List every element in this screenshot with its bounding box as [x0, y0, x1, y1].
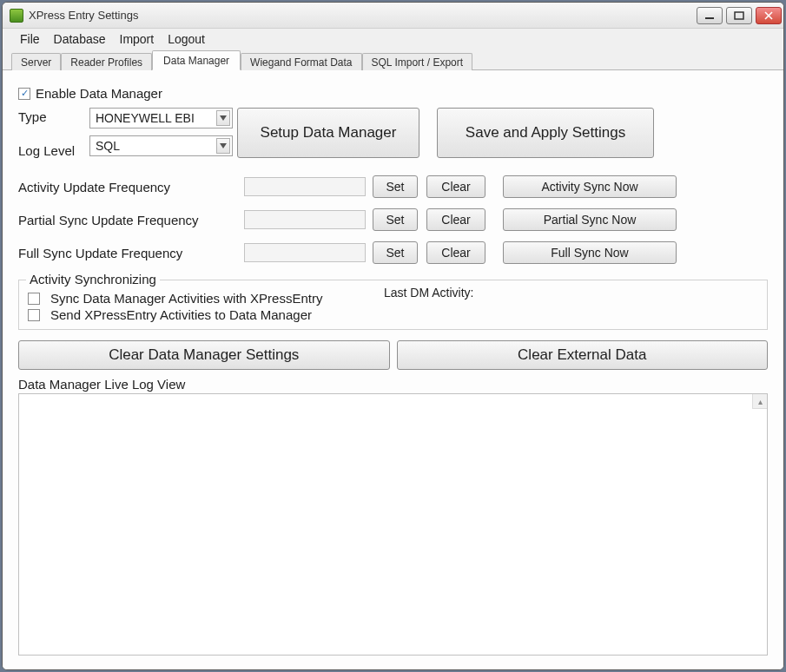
app-icon — [10, 9, 23, 23]
tab-server[interactable]: Server — [11, 53, 61, 70]
close-icon — [763, 11, 774, 20]
partial-frequency-row: Partial Sync Update Frequency Set Clear … — [18, 208, 768, 231]
full-frequency-row: Full Sync Update Frequency Set Clear Ful… — [18, 241, 768, 264]
activity-frequency-input[interactable] — [244, 177, 366, 196]
activity-set-button[interactable]: Set — [373, 175, 418, 198]
full-clear-button[interactable]: Clear — [426, 241, 485, 264]
titlebar: XPress Entry Settings — [3, 3, 783, 29]
log-view-label: Data Manager Live Log View — [18, 377, 768, 392]
dropdown-col: HONEYWELL EBI SQL — [89, 108, 237, 160]
sync-opt1-label: Sync Data Manager Activities with XPress… — [50, 291, 322, 306]
setup-data-manager-label: Setup Data Manager — [261, 124, 397, 142]
type-value: HONEYWELL EBI — [96, 111, 195, 125]
last-dm-activity-label: Last DM Activity: — [384, 286, 473, 300]
chevron-down-icon — [216, 110, 230, 126]
save-apply-settings-button[interactable]: Save and Apply Settings — [437, 108, 654, 158]
config-row: Type Log Level HONEYWELL EBI SQL — [18, 108, 775, 160]
minimize-button[interactable] — [697, 7, 723, 24]
sync-dm-to-xpressentry-checkbox[interactable] — [28, 293, 40, 305]
partial-frequency-label: Partial Sync Update Frequency — [18, 213, 244, 227]
activity-frequency-row: Activity Update Frequency Set Clear Acti… — [18, 175, 768, 198]
close-button[interactable] — [756, 7, 782, 24]
full-frequency-label: Full Sync Update Frequency — [18, 246, 244, 260]
partial-set-button[interactable]: Set — [373, 208, 418, 231]
maximize-button[interactable] — [726, 7, 752, 24]
clear-data-manager-settings-button[interactable]: Clear Data Manager Settings — [18, 340, 390, 370]
activity-synchronizing-group: Activity Synchronizing Last DM Activity:… — [18, 280, 768, 330]
activity-clear-button[interactable]: Clear — [426, 175, 485, 198]
menu-file[interactable]: File — [20, 32, 40, 46]
menu-database[interactable]: Database — [54, 32, 106, 46]
tab-content-data-manager: ✓ Enable Data Manager Type Log Level HON… — [3, 70, 783, 669]
enable-row: ✓ Enable Data Manager — [18, 86, 775, 101]
loglevel-value: SQL — [96, 139, 120, 153]
frequency-block: Activity Update Frequency Set Clear Acti… — [18, 175, 768, 264]
activity-synchronizing-title: Activity Synchronizing — [26, 272, 160, 287]
tab-data-manager[interactable]: Data Manager — [152, 50, 241, 70]
activity-sync-now-button[interactable]: Activity Sync Now — [503, 175, 677, 198]
activity-frequency-label: Activity Update Frequency — [18, 180, 244, 194]
enable-data-manager-checkbox[interactable]: ✓ — [18, 88, 30, 100]
full-sync-now-button[interactable]: Full Sync Now — [503, 241, 677, 264]
clear-buttons-row: Clear Data Manager Settings Clear Extern… — [18, 340, 768, 370]
partial-clear-button[interactable]: Clear — [426, 208, 485, 231]
log-view-textarea[interactable]: ▴ — [18, 393, 768, 656]
enable-data-manager-label: Enable Data Manager — [36, 86, 162, 101]
partial-frequency-input[interactable] — [244, 210, 366, 229]
loglevel-label: Log Level — [18, 143, 89, 158]
setup-data-manager-button[interactable]: Setup Data Manager — [237, 108, 419, 158]
loglevel-dropdown[interactable]: SQL — [89, 135, 233, 156]
type-dropdown[interactable]: HONEYWELL EBI — [89, 108, 233, 128]
full-frequency-input[interactable] — [244, 243, 366, 262]
sync-opt2-label: Send XPressEntry Activities to Data Mana… — [50, 307, 312, 322]
app-window: XPress Entry Settings File Database Impo… — [2, 2, 784, 670]
menu-import[interactable]: Import — [120, 32, 155, 46]
tab-bar: Server Reader Profiles Data Manager Wieg… — [3, 49, 783, 70]
svg-rect-1 — [735, 12, 743, 19]
svg-rect-0 — [705, 17, 714, 19]
partial-sync-now-button[interactable]: Partial Sync Now — [503, 208, 677, 231]
tab-reader-profiles[interactable]: Reader Profiles — [61, 53, 152, 70]
scroll-up-icon[interactable]: ▴ — [752, 394, 767, 409]
window-controls — [697, 7, 782, 24]
menu-logout[interactable]: Logout — [168, 32, 205, 46]
clear-external-data-button[interactable]: Clear External Data — [397, 340, 769, 370]
full-set-button[interactable]: Set — [373, 241, 418, 264]
save-apply-settings-label: Save and Apply Settings — [466, 124, 625, 142]
tab-wiegand[interactable]: Wiegand Format Data — [241, 53, 361, 70]
sync-opt2-row: Send XPressEntry Activities to Data Mana… — [28, 307, 758, 322]
svg-marker-5 — [220, 143, 227, 148]
minimize-icon — [704, 11, 715, 20]
chevron-down-icon — [216, 138, 230, 154]
send-xpressentry-to-dm-checkbox[interactable] — [28, 309, 40, 321]
maximize-icon — [734, 11, 744, 20]
window-title: XPress Entry Settings — [29, 9, 691, 22]
menubar: File Database Import Logout — [3, 29, 783, 49]
config-labels: Type Log Level — [18, 108, 89, 160]
type-label: Type — [18, 109, 89, 124]
svg-marker-4 — [220, 115, 227, 121]
tab-sql-import-export[interactable]: SQL Import / Export — [362, 53, 473, 70]
